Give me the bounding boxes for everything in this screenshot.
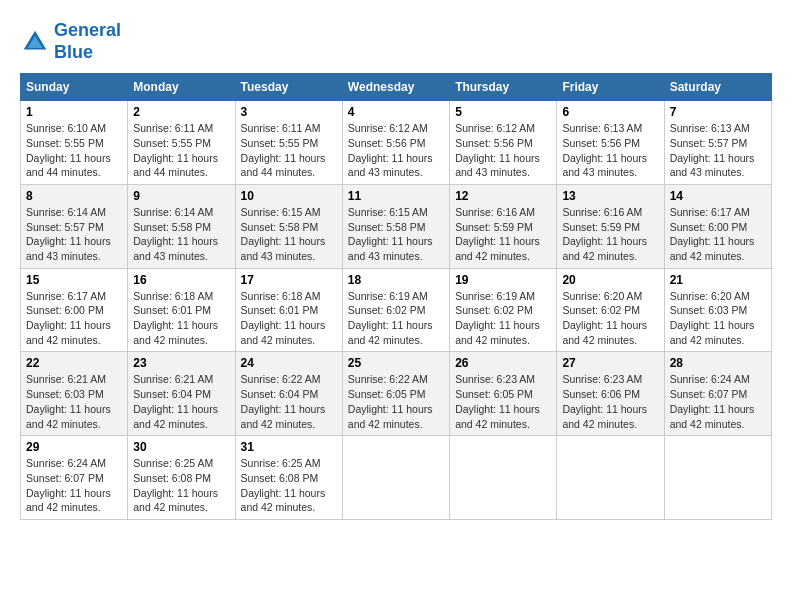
day-number: 17 — [241, 273, 337, 287]
calendar-cell: 5 Sunrise: 6:12 AMSunset: 5:56 PMDayligh… — [450, 101, 557, 185]
day-number: 13 — [562, 189, 658, 203]
calendar-cell: 1 Sunrise: 6:10 AMSunset: 5:55 PMDayligh… — [21, 101, 128, 185]
day-number: 24 — [241, 356, 337, 370]
calendar-cell: 30 Sunrise: 6:25 AMSunset: 6:08 PMDaylig… — [128, 436, 235, 520]
day-number: 25 — [348, 356, 444, 370]
calendar-cell: 15 Sunrise: 6:17 AMSunset: 6:00 PMDaylig… — [21, 268, 128, 352]
calendar-cell: 12 Sunrise: 6:16 AMSunset: 5:59 PMDaylig… — [450, 184, 557, 268]
day-info: Sunrise: 6:10 AMSunset: 5:55 PMDaylight:… — [26, 121, 122, 180]
day-info: Sunrise: 6:21 AMSunset: 6:03 PMDaylight:… — [26, 372, 122, 431]
calendar-cell: 13 Sunrise: 6:16 AMSunset: 5:59 PMDaylig… — [557, 184, 664, 268]
calendar-cell: 18 Sunrise: 6:19 AMSunset: 6:02 PMDaylig… — [342, 268, 449, 352]
calendar-cell: 2 Sunrise: 6:11 AMSunset: 5:55 PMDayligh… — [128, 101, 235, 185]
day-info: Sunrise: 6:17 AMSunset: 6:00 PMDaylight:… — [670, 205, 766, 264]
calendar-cell: 22 Sunrise: 6:21 AMSunset: 6:03 PMDaylig… — [21, 352, 128, 436]
day-info: Sunrise: 6:23 AMSunset: 6:05 PMDaylight:… — [455, 372, 551, 431]
header-tuesday: Tuesday — [235, 74, 342, 101]
day-info: Sunrise: 6:19 AMSunset: 6:02 PMDaylight:… — [348, 289, 444, 348]
logo: General Blue — [20, 20, 121, 63]
day-info: Sunrise: 6:14 AMSunset: 5:58 PMDaylight:… — [133, 205, 229, 264]
header-wednesday: Wednesday — [342, 74, 449, 101]
day-number: 10 — [241, 189, 337, 203]
day-number: 31 — [241, 440, 337, 454]
day-number: 29 — [26, 440, 122, 454]
calendar-header-row: SundayMondayTuesdayWednesdayThursdayFrid… — [21, 74, 772, 101]
day-info: Sunrise: 6:12 AMSunset: 5:56 PMDaylight:… — [455, 121, 551, 180]
logo-text: General Blue — [54, 20, 121, 63]
header-monday: Monday — [128, 74, 235, 101]
calendar-cell: 21 Sunrise: 6:20 AMSunset: 6:03 PMDaylig… — [664, 268, 771, 352]
calendar-cell: 29 Sunrise: 6:24 AMSunset: 6:07 PMDaylig… — [21, 436, 128, 520]
day-info: Sunrise: 6:24 AMSunset: 6:07 PMDaylight:… — [670, 372, 766, 431]
day-number: 12 — [455, 189, 551, 203]
day-info: Sunrise: 6:25 AMSunset: 6:08 PMDaylight:… — [133, 456, 229, 515]
day-number: 2 — [133, 105, 229, 119]
day-info: Sunrise: 6:22 AMSunset: 6:05 PMDaylight:… — [348, 372, 444, 431]
calendar-table: SundayMondayTuesdayWednesdayThursdayFrid… — [20, 73, 772, 520]
calendar-week-row: 8 Sunrise: 6:14 AMSunset: 5:57 PMDayligh… — [21, 184, 772, 268]
calendar-cell: 25 Sunrise: 6:22 AMSunset: 6:05 PMDaylig… — [342, 352, 449, 436]
day-number: 5 — [455, 105, 551, 119]
day-number: 21 — [670, 273, 766, 287]
day-info: Sunrise: 6:16 AMSunset: 5:59 PMDaylight:… — [562, 205, 658, 264]
day-number: 9 — [133, 189, 229, 203]
day-number: 27 — [562, 356, 658, 370]
day-number: 8 — [26, 189, 122, 203]
day-info: Sunrise: 6:24 AMSunset: 6:07 PMDaylight:… — [26, 456, 122, 515]
calendar-cell: 3 Sunrise: 6:11 AMSunset: 5:55 PMDayligh… — [235, 101, 342, 185]
calendar-cell — [342, 436, 449, 520]
calendar-week-row: 15 Sunrise: 6:17 AMSunset: 6:00 PMDaylig… — [21, 268, 772, 352]
day-number: 19 — [455, 273, 551, 287]
calendar-cell: 23 Sunrise: 6:21 AMSunset: 6:04 PMDaylig… — [128, 352, 235, 436]
calendar-cell: 7 Sunrise: 6:13 AMSunset: 5:57 PMDayligh… — [664, 101, 771, 185]
day-info: Sunrise: 6:18 AMSunset: 6:01 PMDaylight:… — [241, 289, 337, 348]
day-info: Sunrise: 6:18 AMSunset: 6:01 PMDaylight:… — [133, 289, 229, 348]
day-info: Sunrise: 6:22 AMSunset: 6:04 PMDaylight:… — [241, 372, 337, 431]
day-info: Sunrise: 6:12 AMSunset: 5:56 PMDaylight:… — [348, 121, 444, 180]
logo-icon — [20, 27, 50, 57]
day-number: 4 — [348, 105, 444, 119]
calendar-cell: 6 Sunrise: 6:13 AMSunset: 5:56 PMDayligh… — [557, 101, 664, 185]
day-info: Sunrise: 6:11 AMSunset: 5:55 PMDaylight:… — [133, 121, 229, 180]
day-info: Sunrise: 6:23 AMSunset: 6:06 PMDaylight:… — [562, 372, 658, 431]
calendar-cell: 24 Sunrise: 6:22 AMSunset: 6:04 PMDaylig… — [235, 352, 342, 436]
day-info: Sunrise: 6:20 AMSunset: 6:03 PMDaylight:… — [670, 289, 766, 348]
calendar-cell: 19 Sunrise: 6:19 AMSunset: 6:02 PMDaylig… — [450, 268, 557, 352]
calendar-cell: 4 Sunrise: 6:12 AMSunset: 5:56 PMDayligh… — [342, 101, 449, 185]
header-friday: Friday — [557, 74, 664, 101]
calendar-cell: 9 Sunrise: 6:14 AMSunset: 5:58 PMDayligh… — [128, 184, 235, 268]
day-number: 18 — [348, 273, 444, 287]
day-number: 15 — [26, 273, 122, 287]
day-info: Sunrise: 6:14 AMSunset: 5:57 PMDaylight:… — [26, 205, 122, 264]
calendar-cell: 8 Sunrise: 6:14 AMSunset: 5:57 PMDayligh… — [21, 184, 128, 268]
header-thursday: Thursday — [450, 74, 557, 101]
calendar-cell — [664, 436, 771, 520]
calendar-cell: 16 Sunrise: 6:18 AMSunset: 6:01 PMDaylig… — [128, 268, 235, 352]
day-number: 28 — [670, 356, 766, 370]
day-info: Sunrise: 6:16 AMSunset: 5:59 PMDaylight:… — [455, 205, 551, 264]
day-info: Sunrise: 6:25 AMSunset: 6:08 PMDaylight:… — [241, 456, 337, 515]
page-header: General Blue — [20, 20, 772, 63]
calendar-cell: 26 Sunrise: 6:23 AMSunset: 6:05 PMDaylig… — [450, 352, 557, 436]
calendar-cell — [557, 436, 664, 520]
day-number: 3 — [241, 105, 337, 119]
day-number: 30 — [133, 440, 229, 454]
calendar-cell: 28 Sunrise: 6:24 AMSunset: 6:07 PMDaylig… — [664, 352, 771, 436]
day-number: 26 — [455, 356, 551, 370]
calendar-week-row: 29 Sunrise: 6:24 AMSunset: 6:07 PMDaylig… — [21, 436, 772, 520]
day-number: 16 — [133, 273, 229, 287]
day-number: 22 — [26, 356, 122, 370]
calendar-week-row: 22 Sunrise: 6:21 AMSunset: 6:03 PMDaylig… — [21, 352, 772, 436]
day-info: Sunrise: 6:20 AMSunset: 6:02 PMDaylight:… — [562, 289, 658, 348]
day-number: 20 — [562, 273, 658, 287]
day-number: 1 — [26, 105, 122, 119]
calendar-week-row: 1 Sunrise: 6:10 AMSunset: 5:55 PMDayligh… — [21, 101, 772, 185]
day-info: Sunrise: 6:19 AMSunset: 6:02 PMDaylight:… — [455, 289, 551, 348]
day-number: 14 — [670, 189, 766, 203]
calendar-cell: 17 Sunrise: 6:18 AMSunset: 6:01 PMDaylig… — [235, 268, 342, 352]
day-info: Sunrise: 6:21 AMSunset: 6:04 PMDaylight:… — [133, 372, 229, 431]
calendar-cell: 10 Sunrise: 6:15 AMSunset: 5:58 PMDaylig… — [235, 184, 342, 268]
calendar-cell — [450, 436, 557, 520]
calendar-cell: 14 Sunrise: 6:17 AMSunset: 6:00 PMDaylig… — [664, 184, 771, 268]
header-sunday: Sunday — [21, 74, 128, 101]
